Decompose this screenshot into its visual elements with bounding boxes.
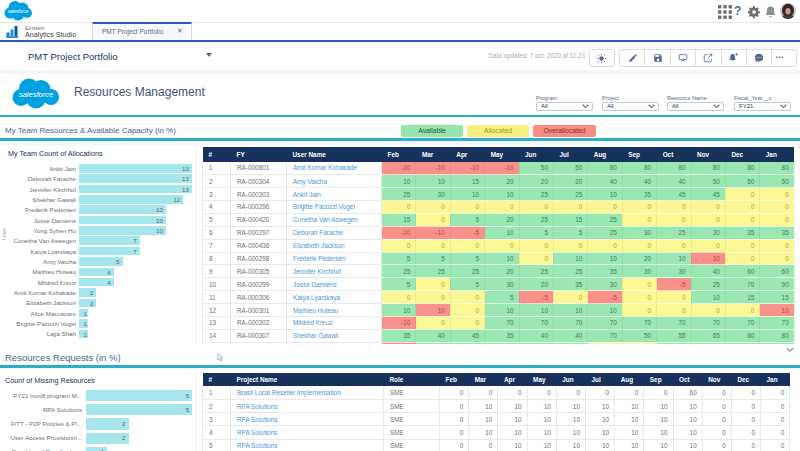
- svg-text:salesforce: salesforce: [19, 90, 53, 99]
- svg-text:salesforce: salesforce: [8, 9, 29, 14]
